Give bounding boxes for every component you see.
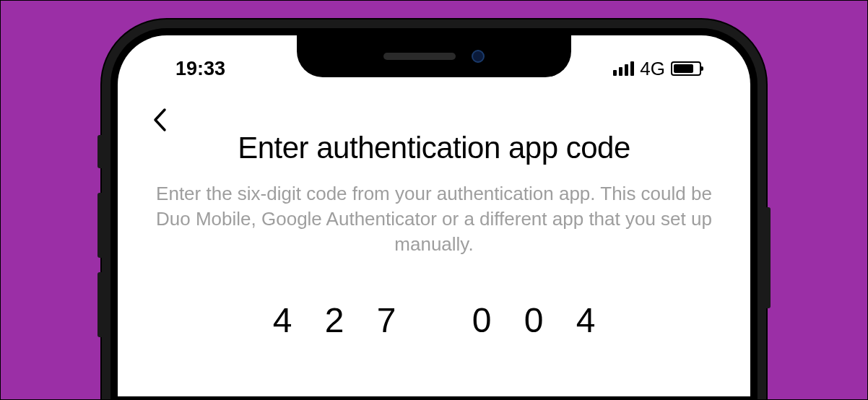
volume-up-button — [97, 193, 102, 258]
code-digit-1[interactable]: 4 — [256, 300, 308, 340]
code-digit-2[interactable]: 2 — [308, 300, 360, 340]
power-button — [766, 207, 771, 308]
code-digit-6[interactable]: 4 — [560, 300, 612, 340]
signal-strength-icon — [613, 61, 634, 76]
speaker-grille — [383, 53, 456, 60]
battery-fill — [674, 64, 693, 73]
network-type-label: 4G — [640, 58, 665, 80]
phone-frame: 19:33 4G Enter authentic — [102, 19, 766, 400]
page-description: Enter the six-digit code from your authe… — [147, 181, 721, 257]
phone-bezel: 19:33 4G Enter authentic — [110, 28, 758, 400]
battery-icon — [671, 61, 701, 76]
phone-notch — [297, 35, 571, 77]
page-title: Enter authentication app code — [147, 131, 721, 165]
mute-switch — [97, 135, 102, 168]
code-digit-3[interactable]: 7 — [360, 300, 412, 340]
front-camera — [472, 50, 485, 63]
chevron-left-icon — [152, 108, 167, 132]
status-time: 19:33 — [152, 58, 225, 80]
volume-down-button — [97, 272, 102, 337]
code-input-row[interactable]: 4 2 7 0 0 4 — [147, 300, 721, 340]
status-indicators: 4G — [613, 58, 716, 80]
code-digit-4[interactable]: 0 — [456, 300, 508, 340]
screen-content: Enter authentication app code Enter the … — [118, 86, 750, 340]
phone-screen: 19:33 4G Enter authentic — [118, 35, 750, 396]
code-digit-5[interactable]: 0 — [508, 300, 560, 340]
